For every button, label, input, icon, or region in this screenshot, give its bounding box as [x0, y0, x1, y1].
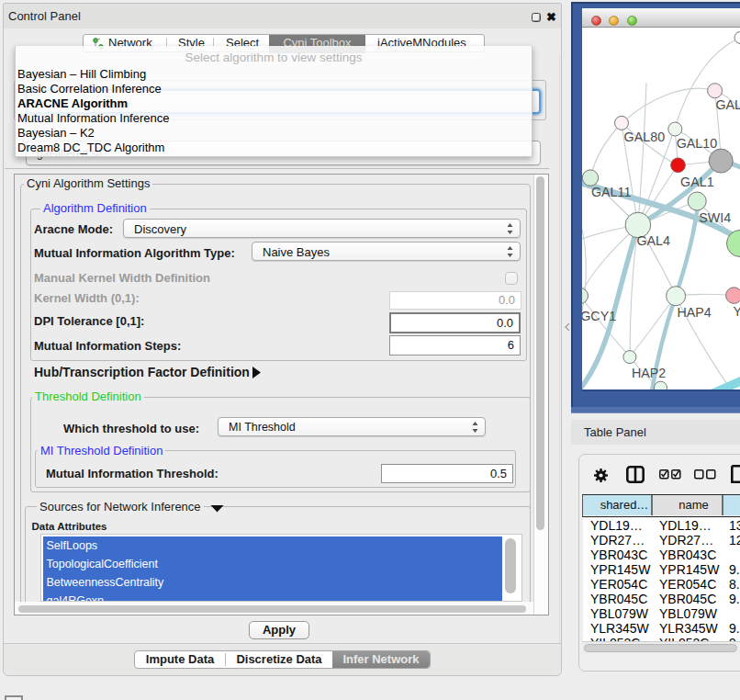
svg-text:GAL80: GAL80 — [624, 130, 666, 144]
svg-text:GAL11: GAL11 — [591, 185, 631, 199]
svg-text:SWI4: SWI4 — [699, 210, 731, 225]
svg-text:GAL4: GAL4 — [636, 233, 670, 248]
svg-text:Y: Y — [734, 304, 740, 319]
svg-text:GAL1: GAL1 — [680, 175, 714, 189]
svg-text:GCY1: GCY1 — [582, 309, 616, 323]
svg-text:HAP4: HAP4 — [677, 305, 711, 320]
svg-text:HAP2: HAP2 — [632, 366, 666, 380]
svg-text:GAL10: GAL10 — [677, 136, 718, 151]
svg-text:GAL: GAL — [715, 97, 740, 112]
